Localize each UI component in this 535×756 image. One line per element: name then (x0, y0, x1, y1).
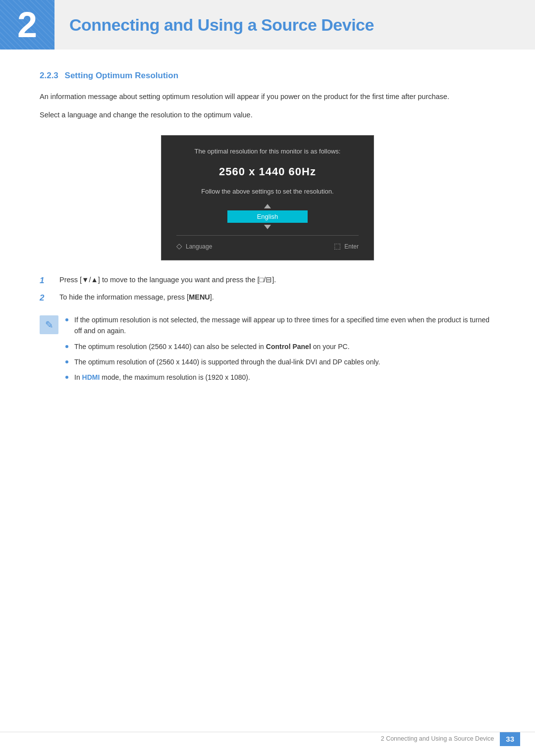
note-box: If the optimum resolution is not selecte… (40, 314, 495, 388)
bullet-dot-4 (65, 376, 68, 379)
intro-paragraph-1: An information message about setting opt… (40, 91, 495, 103)
dialog-line1: The optimal resolution for this monitor … (176, 147, 359, 156)
bullet-dot-3 (65, 360, 68, 363)
page-footer: 2 Connecting and Using a Source Device 3… (0, 732, 535, 747)
step-2: 2 To hide the information message, press… (40, 292, 495, 304)
dialog-lang-selector: English (176, 204, 359, 229)
arrow-up-icon (264, 204, 271, 208)
footer-enter-label: Enter (344, 242, 359, 251)
step-1-number: 1 (40, 274, 54, 287)
step-2-number: 2 (40, 292, 54, 304)
step-2-text: To hide the information message, press [… (59, 292, 495, 303)
bullet-dot-2 (65, 345, 68, 348)
footer-language-item: ◇ Language (176, 241, 212, 252)
note-bullet-1: If the optimum resolution is not selecte… (65, 314, 495, 337)
intro-paragraph-2: Select a language and change the resolut… (40, 109, 495, 121)
main-content: 2.2.3 Setting Optimum Resolution An info… (0, 64, 535, 435)
note-bullets: If the optimum resolution is not selecte… (65, 314, 495, 388)
section-heading: 2.2.3 Setting Optimum Resolution (40, 64, 495, 82)
footer-enter-item: ⬚ Enter (334, 241, 359, 252)
step-1: 1 Press [▼/▲] to move to the language yo… (40, 274, 495, 287)
footer-language-label: Language (186, 242, 212, 251)
arrow-down-icon (264, 225, 271, 229)
step-1-text: Press [▼/▲] to move to the language you … (59, 274, 495, 286)
note-icon (40, 315, 58, 334)
note-text-4: In HDMI mode, the maximum resolution is … (74, 372, 250, 383)
note-text-2: The optimum resolution (2560 x 1440) can… (74, 341, 350, 352)
section-number: 2.2.3 (40, 71, 58, 80)
chapter-number-block: 2 (0, 0, 54, 50)
section-title: Setting Optimum Resolution (65, 71, 179, 80)
steps-list: 1 Press [▼/▲] to move to the language yo… (40, 274, 495, 304)
page-number-badge: 33 (500, 732, 520, 747)
dialog-follow: Follow the above settings to set the res… (176, 187, 359, 197)
dialog-image-wrapper: The optimal resolution for this monitor … (40, 135, 495, 260)
bullet-dot-1 (65, 318, 68, 321)
language-icon: ◇ (176, 241, 182, 252)
note-text-1: If the optimum resolution is not selecte… (74, 314, 495, 337)
footer-text: 2 Connecting and Using a Source Device (381, 734, 494, 744)
monitor-dialog: The optimal resolution for this monitor … (161, 135, 374, 260)
note-text-3: The optimum resolution of (2560 x 1440) … (74, 356, 380, 367)
dialog-footer: ◇ Language ⬚ Enter (176, 235, 359, 252)
note-bullet-2: The optimum resolution (2560 x 1440) can… (65, 341, 495, 352)
note-bullet-3: The optimum resolution of (2560 x 1440) … (65, 356, 495, 367)
dialog-resolution: 2560 x 1440 60Hz (176, 163, 359, 180)
language-button[interactable]: English (227, 210, 308, 223)
note-icon-inner (40, 315, 58, 334)
enter-icon: ⬚ (334, 241, 341, 252)
page-header: 2 Connecting and Using a Source Device (0, 0, 535, 50)
chapter-title-block: Connecting and Using a Source Device (54, 0, 535, 50)
chapter-number: 2 (17, 7, 37, 43)
chapter-title: Connecting and Using a Source Device (69, 12, 374, 38)
note-bullet-4: In HDMI mode, the maximum resolution is … (65, 372, 495, 383)
